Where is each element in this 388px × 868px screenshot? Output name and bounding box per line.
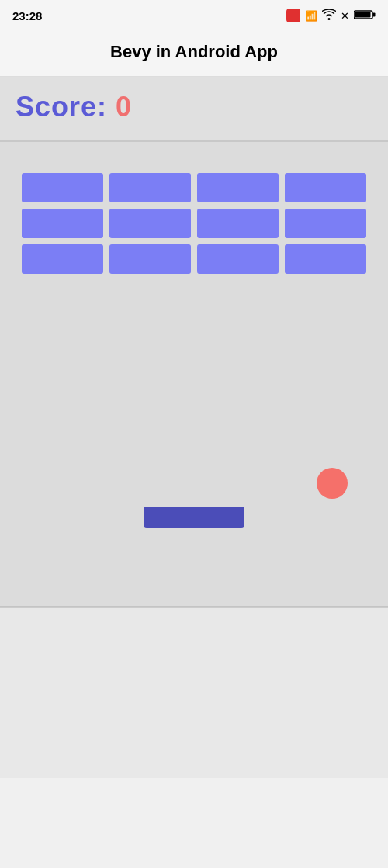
brick — [109, 173, 191, 202]
bottom-area — [0, 607, 388, 778]
page-title: Bevy in Android App — [12, 42, 376, 62]
wifi-icon — [322, 9, 336, 22]
score-label: Score: — [16, 91, 107, 123]
brick — [285, 244, 366, 274]
status-bar: 23:28 📶 ✕ — [0, 0, 388, 31]
brick — [197, 209, 279, 238]
app-icon — [286, 9, 300, 22]
brick — [109, 244, 191, 274]
status-icons: 📶 ✕ — [286, 9, 376, 22]
game-area[interactable] — [0, 142, 388, 607]
score-section: Score: 0 — [0, 77, 388, 142]
title-bar: Bevy in Android App — [0, 31, 388, 77]
brick — [109, 209, 191, 238]
svg-rect-1 — [373, 12, 376, 16]
brick — [22, 173, 103, 202]
score-display: Score: 0 — [16, 91, 372, 123]
bluetooth-icon: 📶 — [305, 10, 317, 22]
brick — [285, 173, 366, 202]
brick — [197, 244, 279, 274]
battery-icon — [354, 9, 376, 22]
svg-rect-2 — [355, 12, 371, 17]
brick — [285, 209, 366, 238]
brick — [22, 244, 103, 274]
ball — [317, 468, 348, 499]
paddle[interactable] — [144, 507, 244, 528]
brick — [197, 173, 279, 202]
brick — [22, 209, 103, 238]
x-icon: ✕ — [341, 10, 349, 22]
bricks-container — [22, 173, 366, 274]
status-time: 23:28 — [12, 9, 42, 22]
score-value: 0 — [116, 91, 132, 123]
